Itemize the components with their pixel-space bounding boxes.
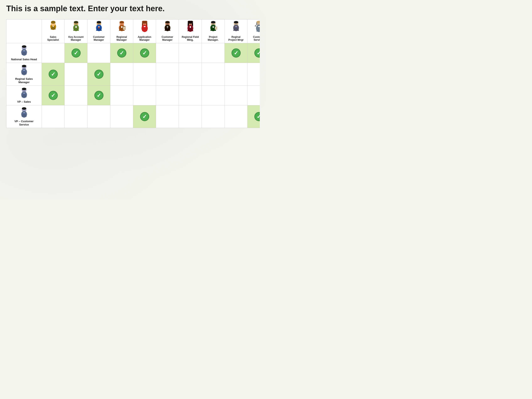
svg-point-62 — [234, 21, 238, 24]
cell-national-sales-head-col-6 — [179, 43, 202, 63]
col-label-customer-services: CustomerServices — [253, 36, 260, 41]
cell-national-sales-head-col-2 — [88, 43, 110, 63]
checkmark-icon — [117, 48, 126, 57]
col-header-customer-manager: CustomerManager — [88, 19, 110, 43]
col-label-application-manager: ApplicationManager — [138, 36, 151, 41]
col-label-sales-specialist: SalesSpecialist — [47, 36, 59, 41]
cell-vp-customer-service-col-0 — [42, 105, 65, 128]
cell-national-sales-head-col-9 — [247, 43, 260, 63]
icon-customer-manager-2 — [161, 21, 174, 34]
cell-national-sales-head-col-5 — [156, 43, 179, 63]
matrix-table: SalesSpecialist — [6, 19, 260, 128]
row-label-reginal-sales-manager: Reginal SalesManager — [6, 63, 42, 86]
role-label-reginal-sales-manager: Reginal SalesManager — [15, 77, 33, 84]
cell-vp-customer-service-col-2 — [88, 105, 110, 128]
icon-customer-manager — [93, 21, 105, 34]
row-label-vp-customer-service: VP – CustomerService — [6, 105, 42, 128]
table-row: VP – CustomerService — [6, 105, 260, 128]
svg-point-52 — [211, 21, 215, 24]
checkmark-icon — [94, 91, 103, 100]
cell-vp-sales-col-4 — [133, 86, 156, 105]
cell-vp-sales-col-8 — [225, 86, 247, 105]
cell-reginal-sales-manager-col-9 — [247, 63, 260, 86]
svg-point-37 — [165, 21, 170, 24]
cell-vp-sales-col-7 — [202, 86, 225, 105]
cell-vp-sales-col-5 — [156, 86, 179, 105]
svg-point-21 — [120, 21, 124, 24]
table-row: National Sales Head — [6, 43, 260, 63]
cell-vp-customer-service-col-9 — [247, 105, 260, 128]
svg-point-90 — [22, 88, 26, 90]
icon-application-manager — [138, 21, 151, 34]
svg-rect-56 — [213, 26, 214, 28]
cell-reginal-sales-manager-col-0 — [42, 63, 65, 86]
icon-reginal-project-mngr — [230, 21, 242, 34]
cell-reginal-sales-manager-col-7 — [202, 63, 225, 86]
svg-rect-69 — [256, 23, 257, 25]
icon-sales-specialist — [47, 21, 59, 34]
cell-vp-sales-col-9 — [247, 86, 260, 105]
cell-national-sales-head-col-3 — [110, 43, 133, 63]
svg-point-2 — [51, 21, 56, 24]
cell-national-sales-head-col-1 — [65, 43, 88, 63]
table-row: VP – Sales — [6, 86, 260, 105]
svg-point-72 — [255, 25, 256, 27]
col-header-customer-manager-2: CustomerManager — [156, 19, 179, 43]
col-label-project-manager: ProjectManager. — [208, 36, 218, 41]
col-label-regional-field-mktg: Regional FieldMktg. — [182, 36, 199, 41]
corner-cell — [6, 19, 42, 43]
col-header-application-manager: ApplicationManager — [133, 19, 156, 43]
svg-point-83 — [22, 65, 26, 67]
cell-national-sales-head-col-7 — [202, 43, 225, 63]
icon-key-account-manager — [70, 21, 82, 34]
icon-project-manager — [207, 21, 219, 34]
svg-rect-12 — [76, 26, 77, 28]
cell-vp-sales-col-1 — [65, 86, 88, 105]
cell-vp-customer-service-col-8 — [225, 105, 247, 128]
cell-vp-customer-service-col-1 — [65, 105, 88, 128]
col-label-reginal-project-mngr: ReginalProject Mngr — [228, 36, 244, 41]
svg-point-76 — [22, 45, 26, 48]
cell-national-sales-head-col-0 — [42, 43, 65, 63]
icon-customer-services — [253, 21, 260, 34]
col-label-key-account-manager: Key AccountManager — [68, 36, 83, 41]
col-label-regional-manager: RegionalManager — [116, 36, 127, 41]
svg-point-97 — [22, 107, 26, 110]
col-label-customer-manager-2: CustomerManager — [161, 36, 173, 41]
col-header-reginal-project-mngr: ReginalProject Mngr — [225, 19, 247, 43]
checkmark-icon — [254, 112, 260, 121]
row-label-vp-sales: VP – Sales — [6, 86, 42, 105]
col-header-regional-field-mktg: Regional FieldMktg. — [179, 19, 202, 43]
cell-reginal-sales-manager-col-5 — [156, 63, 179, 86]
cell-vp-sales-col-3 — [110, 86, 133, 105]
checkmark-icon — [140, 112, 149, 121]
checkmark-icon — [232, 48, 241, 57]
checkmark-icon — [49, 70, 58, 79]
cell-reginal-sales-manager-col-8 — [225, 63, 247, 86]
cell-vp-sales-col-2 — [88, 86, 110, 105]
page-container: This is a sample text. Enter your text h… — [0, 0, 266, 132]
col-header-regional-manager: RegionalManager — [110, 19, 133, 43]
col-label-customer-manager: CustomerManager — [93, 36, 105, 41]
col-header-customer-services: CustomerServices — [247, 19, 260, 43]
col-header-sales-specialist: SalesSpecialist — [42, 19, 65, 43]
cell-vp-customer-service-col-3 — [110, 105, 133, 128]
svg-point-8 — [74, 21, 78, 24]
col-header-project-manager: ProjectManager. — [202, 19, 225, 43]
cell-vp-customer-service-col-4 — [133, 105, 156, 128]
role-label-vp-sales: VP – Sales — [17, 100, 31, 103]
matrix-wrapper: SalesSpecialist — [6, 19, 260, 128]
checkmark-icon — [49, 91, 58, 100]
cell-reginal-sales-manager-col-4 — [133, 63, 156, 86]
icon-regional-field-mktg — [184, 21, 196, 34]
icon-regional-manager — [115, 21, 128, 34]
svg-rect-27 — [123, 26, 125, 27]
cell-national-sales-head-col-8 — [225, 43, 247, 63]
table-row: Reginal SalesManager — [6, 63, 260, 86]
cell-reginal-sales-manager-col-3 — [110, 63, 133, 86]
role-label-national-sales-head: National Sales Head — [11, 58, 37, 61]
checkmark-icon — [254, 48, 260, 57]
checkmark-icon — [94, 70, 103, 79]
cell-reginal-sales-manager-col-2 — [88, 63, 110, 86]
page-title: This is a sample text. Enter your text h… — [6, 4, 260, 13]
